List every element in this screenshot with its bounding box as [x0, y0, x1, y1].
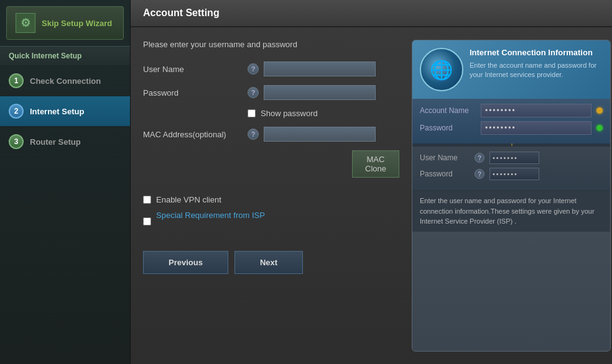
show-password-label[interactable]: Show password [261, 109, 318, 118]
page-header: Account Setting [131, 0, 612, 27]
wizard-icon: ⚙ [16, 13, 35, 33]
next-button[interactable]: Next [234, 251, 303, 274]
mac-label: MAC Address(optional) [143, 130, 243, 139]
step-3-circle: 3 [9, 134, 24, 149]
username-help-icon[interactable]: ? [248, 63, 259, 75]
lower-username-label: User Name [420, 153, 470, 162]
username-label: User Name [143, 65, 243, 74]
password-help-icon[interactable]: ? [248, 87, 259, 98]
lower-password-label: Password [420, 170, 470, 178]
show-password-row: Show password [248, 109, 399, 118]
show-password-checkbox[interactable] [248, 109, 256, 117]
quick-setup-label: Quick Internet Setup [0, 46, 130, 66]
skip-wizard-label: Skip Setup Wizard [42, 19, 112, 28]
info-password-label: Password [420, 124, 476, 132]
username-input[interactable] [264, 61, 376, 76]
special-req-link[interactable]: Special Requirement from ISP [156, 211, 265, 220]
password-label: Password [143, 88, 243, 98]
lower-username-help-icon[interactable]: ? [475, 153, 484, 163]
main-content: Account Setting Please enter your userna… [131, 0, 612, 364]
page-title: Account Setting [143, 7, 220, 18]
info-card-title: Internet Connection Information [470, 48, 603, 57]
info-password-input[interactable] [481, 121, 591, 135]
mac-clone-button[interactable]: MAC Clone [352, 150, 399, 178]
password-input[interactable] [264, 85, 376, 100]
info-account-label: Account Name [420, 106, 476, 115]
mac-input[interactable] [264, 127, 376, 142]
step-2-circle: 2 [9, 104, 24, 119]
mac-help-icon[interactable]: ? [248, 129, 259, 140]
special-req-checkbox[interactable] [143, 217, 151, 225]
password-row: Password ? [143, 85, 399, 100]
info-lower-fields: User Name ? Password ? [420, 152, 603, 180]
skip-wizard-button[interactable]: ⚙ Skip Setup Wizard [6, 6, 124, 40]
info-card: 🌐 Internet Connection Information Enter … [412, 40, 610, 99]
info-panel: 🌐 Internet Connection Information Enter … [412, 40, 611, 352]
enable-vpn-row: Enable VPN client [143, 195, 399, 204]
special-req-row: Special Requirement from ISP [143, 211, 399, 232]
username-row: User Name ? [143, 61, 399, 76]
info-password-row: Password [420, 121, 603, 135]
step-3-label: Router Setup [30, 137, 81, 147]
form-section: Please enter your username and password … [143, 40, 399, 352]
globe-icon: 🌐 [420, 48, 463, 91]
sidebar-item-router-setup[interactable]: 3 Router Setup [0, 127, 130, 157]
mac-row: MAC Address(optional) ? [143, 127, 399, 142]
step-1-circle: 1 [9, 73, 24, 88]
content-area: Please enter your username and password … [131, 27, 612, 364]
step-1-label: Check Connection [30, 76, 101, 86]
sidebar-item-internet-setup[interactable]: 2 Internet Setup [0, 96, 130, 127]
previous-button[interactable]: Previous [143, 251, 228, 274]
lower-password-row: Password ? [420, 168, 603, 180]
account-status-dot [596, 107, 603, 114]
sidebar-item-check-connection[interactable]: 1 Check Connection [0, 66, 130, 96]
lower-username-row: User Name ? [420, 152, 603, 164]
info-account-row: Account Name [420, 104, 603, 117]
step-2-label: Internet Setup [30, 107, 84, 116]
info-account-input[interactable] [481, 104, 591, 117]
nav-buttons: Previous Next [143, 251, 399, 274]
info-card-fields: Account Name Password [412, 99, 610, 143]
info-card-text: Internet Connection Information Enter th… [470, 48, 603, 91]
form-description: Please enter your username and password [143, 40, 399, 49]
password-status-dot [596, 125, 603, 131]
info-footer-text: Enter the user name and password for you… [412, 190, 610, 232]
enable-vpn-checkbox[interactable] [143, 196, 151, 204]
lower-password-help-icon[interactable]: ? [475, 169, 484, 179]
info-card-desc: Enter the account name and password for … [470, 61, 603, 80]
info-lower: User Name ? Password ? [412, 146, 610, 190]
sidebar: ⚙ Skip Setup Wizard Quick Internet Setup… [0, 0, 131, 364]
lower-password-input[interactable] [489, 168, 539, 180]
enable-vpn-label[interactable]: Enable VPN client [156, 195, 221, 204]
lower-username-input[interactable] [489, 152, 539, 164]
